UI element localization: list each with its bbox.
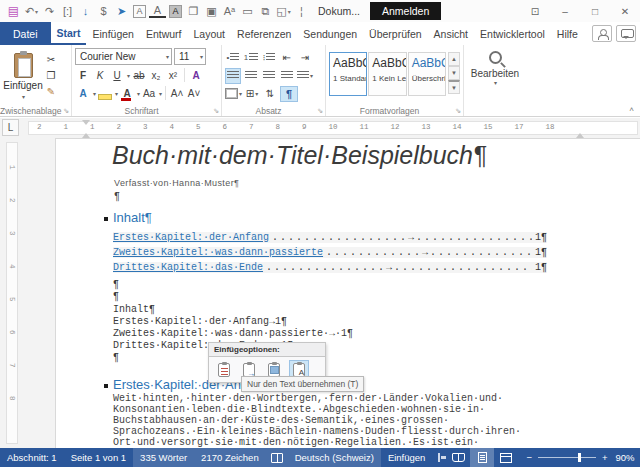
align-right-icon[interactable] (261, 68, 277, 84)
change-case-button[interactable]: Aa (141, 85, 157, 101)
superscript-button[interactable]: x² (165, 67, 181, 83)
body-line[interactable]: Ort·und·versorgt·sie·mit·den·nötigen·Reg… (113, 437, 479, 448)
page-indicator[interactable]: Seite 1 von 1 (64, 452, 133, 463)
shapes-icon[interactable]: ◱▾ (275, 3, 292, 20)
borders-icon[interactable]: ⊞▾ (244, 86, 260, 102)
close-button[interactable]: ✕ (610, 1, 640, 21)
word-count[interactable]: 335 Wörter (133, 452, 194, 463)
toc-link[interactable]: Drittes·Kapitel:·das·Ende (113, 262, 263, 273)
tab-hilfe[interactable]: Hilfe (551, 22, 584, 45)
doc-title-text[interactable]: Buch·mit·dem·Titel·Beispielbuch¶ (112, 141, 486, 170)
undo-icon[interactable]: ↶▾ (23, 3, 40, 20)
shading-a-icon[interactable]: A (149, 5, 166, 18)
show-formatting-marks-button[interactable]: ¶ (280, 86, 298, 102)
right-indent-marker[interactable] (576, 129, 584, 138)
tab-file[interactable]: Datei (0, 22, 51, 45)
styles-dialog-launcher-icon[interactable]: ⇘ (455, 107, 461, 115)
keep-source-formatting-icon[interactable] (214, 360, 234, 379)
clear-formatting-button[interactable]: A (188, 67, 204, 83)
hanging-indent-marker[interactable] (82, 129, 90, 138)
style-standard[interactable]: AaBbCcD 1 Standard (329, 52, 367, 96)
comments-icon[interactable] (616, 25, 636, 42)
tab-entwicklertool[interactable]: Entwicklertool (474, 22, 551, 45)
clipboard-dialog-launcher-icon[interactable]: ⇘ (63, 107, 69, 115)
sort-icon[interactable]: ⇅ (262, 86, 278, 102)
text-effects-button[interactable]: A (75, 85, 91, 101)
undo-caret-icon[interactable]: ▾ (35, 8, 38, 15)
tab-referenzen[interactable]: Referenzen (231, 22, 297, 45)
decrease-indent-icon[interactable]: ⇤ (279, 50, 295, 66)
line-spacing-icon[interactable]: ▾ (297, 68, 313, 84)
shrink-font-button[interactable]: A˅ (186, 85, 202, 101)
maximize-button[interactable]: □ (580, 1, 610, 21)
bold-button[interactable]: F (75, 67, 91, 83)
language-indicator[interactable]: Deutsch (Schweiz) (288, 452, 381, 463)
document-page[interactable]: Buch·mit·dem·Titel·Beispielbuch¶ Verfass… (55, 138, 640, 448)
pasted-line[interactable]: Inhalt¶ (113, 304, 155, 315)
strikethrough-button[interactable]: ab (131, 67, 147, 83)
tab-sendungen[interactable]: Sendungen (297, 22, 363, 45)
body-line[interactable]: Buchstabhausen·an·der·Küste·des·Semantik… (113, 415, 449, 426)
highlight-a-icon[interactable]: A (169, 5, 182, 18)
increase-indent-icon[interactable]: ⇥ (297, 50, 313, 66)
font-color-button[interactable]: A (119, 85, 135, 101)
toc-link[interactable]: Zweites·Kapitel:·was·dann·passierte (113, 247, 323, 258)
align-center-icon[interactable] (243, 68, 259, 84)
arrow-down-icon[interactable]: ↓ (77, 3, 94, 20)
cut-icon[interactable]: ✂ (43, 52, 59, 66)
styles-scroll-down-icon[interactable]: ▼ (448, 66, 460, 80)
paragraph-dialog-launcher-icon[interactable]: ⇘ (317, 107, 323, 115)
contact-icon[interactable]: ▣ (203, 3, 220, 20)
read-mode-button[interactable] (446, 448, 470, 467)
highlight-color-button[interactable] (97, 85, 113, 101)
zoom-percentage[interactable]: 90% (616, 452, 640, 463)
pasted-line[interactable]: Zweites·Kapitel:·was·dann·passierte·→·1¶ (113, 328, 353, 339)
toc-heading[interactable]: Inhalt¶ (113, 210, 152, 225)
justify-icon[interactable] (279, 68, 295, 84)
pointer-icon[interactable]: ➤ (113, 3, 130, 20)
font-name-combobox[interactable]: Courier New ▾ (75, 48, 172, 65)
doc-byline-text[interactable]: Verfasst·von·Hanna·Muster¶ (114, 178, 239, 188)
zoom-out-button[interactable]: − (526, 452, 532, 463)
tab-entwurf[interactable]: Entwurf (140, 22, 188, 45)
vertical-ruler[interactable]: 1 2 3 4 5 6 7 8 (6, 142, 18, 444)
first-line-indent-marker[interactable] (82, 120, 90, 129)
horizontal-ruler[interactable]: 2 1 1 2 3 4 5 6 7 8 9 10 11 12 13 14 15 … (28, 121, 638, 135)
align-left-icon[interactable] (225, 68, 241, 84)
folder-open-icon[interactable]: ▭ (239, 3, 256, 20)
save-all-icon[interactable]: ⧉ (257, 3, 274, 20)
web-layout-button[interactable] (494, 448, 518, 467)
minimize-button[interactable]: – (550, 1, 580, 21)
redo-icon[interactable]: ↷ (41, 3, 58, 20)
italic-button[interactable]: K (92, 67, 108, 83)
field-brackets-icon[interactable]: [:] (59, 3, 76, 20)
subscript-button[interactable]: x₂ (148, 67, 164, 83)
toc-entry-1[interactable]: Erstes·Kapitel:·der·Anfang .............… (113, 232, 547, 243)
body-line[interactable]: Weit·hinten,·hinter·den·Wortbergen,·fern… (113, 393, 503, 404)
toc-entry-3[interactable]: Drittes·Kapitel:·das·Ende ..............… (113, 262, 547, 273)
bullets-icon[interactable]: • (225, 50, 241, 66)
toc-link[interactable]: Erstes·Kapitel:·der·Anfang (113, 232, 269, 243)
format-painter-icon[interactable]: ✎ (43, 84, 59, 98)
tab-ueberpruefen[interactable]: Überprüfen (363, 22, 428, 45)
numbering-icon[interactable]: 1 (243, 50, 259, 66)
tab-ansicht[interactable]: Ansicht (428, 22, 474, 45)
macro-record-icon[interactable] (438, 453, 440, 462)
qat-more-icon[interactable]: ¦ (293, 3, 310, 20)
save-icon[interactable]: ▤ (5, 3, 22, 20)
tab-start[interactable]: Start (51, 22, 87, 45)
styles-scroll-up-icon[interactable]: ▲ (448, 52, 460, 66)
signin-button[interactable]: Anmelden (370, 2, 441, 20)
styles-more-icon[interactable]: ▼ (448, 80, 460, 94)
editing-group[interactable]: Bearbeiten ▾ (464, 45, 526, 116)
collapse-ribbon-icon[interactable]: ˄ (629, 105, 634, 114)
toc-entry-2[interactable]: Zweites·Kapitel:·was·dann·passierte ....… (113, 247, 547, 258)
character-count[interactable]: 2170 Zeichen (194, 452, 266, 463)
body-line[interactable]: Sprachozeans.·Ein·kleines·Bächlein·namen… (113, 426, 521, 437)
body-line[interactable]: Konsonantien·leben·die·Blindtexte.·Abges… (113, 404, 485, 415)
insert-mode-indicator[interactable]: Einfügen (381, 452, 433, 463)
font-superscript-icon[interactable]: Aᵃ (221, 3, 238, 20)
print-layout-button[interactable] (470, 448, 494, 467)
copy-icon[interactable]: ❐ (43, 68, 59, 82)
font-size-combobox[interactable]: 11 ▾ (174, 48, 206, 65)
